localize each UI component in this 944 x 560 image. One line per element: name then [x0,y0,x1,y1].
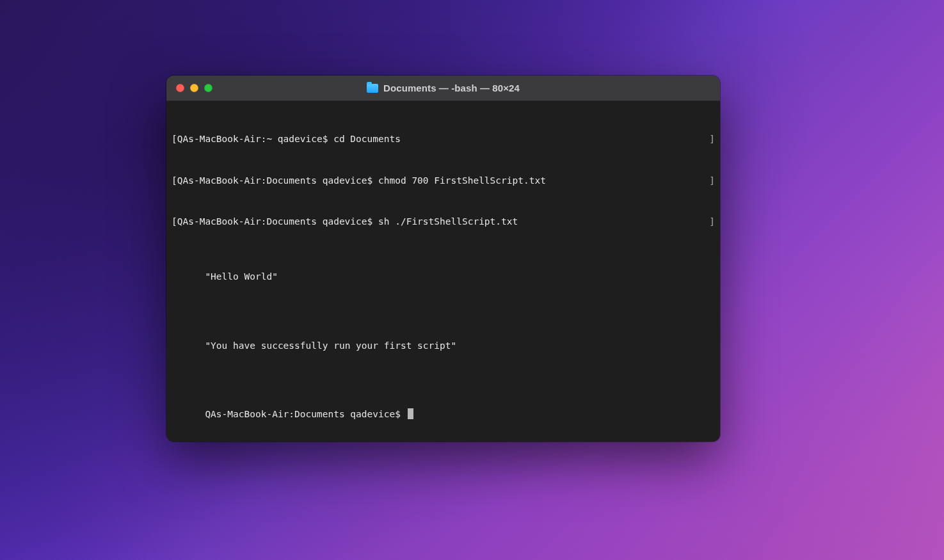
folder-icon [367,84,378,93]
terminal-prompt-line: QAs-MacBook-Air:Documents qadevice$ [172,394,715,436]
minimize-button[interactable] [190,84,198,92]
cursor-block [408,408,413,419]
terminal-line: "You have successfully run your first sc… [172,325,715,367]
terminal-window[interactable]: Documents — -bash — 80×24 [QAs-MacBook-A… [166,76,720,442]
title-bar[interactable]: Documents — -bash — 80×24 [166,76,720,101]
terminal-line: [QAs-MacBook-Air:Documents qadevice$ sh … [172,215,715,229]
terminal-line: [QAs-MacBook-Air:~ qadevice$ cd Document… [172,132,715,147]
terminal-body[interactable]: [QAs-MacBook-Air:~ qadevice$ cd Document… [166,101,720,442]
close-button[interactable] [176,84,184,92]
traffic-lights [166,84,212,92]
zoom-button[interactable] [204,84,212,92]
terminal-text: "You have successfully run your first sc… [205,340,456,351]
window-title: Documents — -bash — 80×24 [383,83,520,93]
terminal-line: "Hello World" [172,257,715,298]
terminal-text: [QAs-MacBook-Air:Documents qadevice$ chm… [172,174,546,188]
terminal-text: "Hello World" [205,271,278,282]
terminal-prompt: QAs-MacBook-Air:Documents qadevice$ [205,409,406,419]
terminal-text: [QAs-MacBook-Air:~ qadevice$ cd Document… [172,132,401,147]
terminal-text: [QAs-MacBook-Air:Documents qadevice$ sh … [172,215,518,229]
terminal-right-bracket: ] [709,174,715,188]
terminal-right-bracket: ] [709,215,715,229]
terminal-right-bracket: ] [709,132,715,147]
terminal-line: [QAs-MacBook-Air:Documents qadevice$ chm… [172,174,715,188]
